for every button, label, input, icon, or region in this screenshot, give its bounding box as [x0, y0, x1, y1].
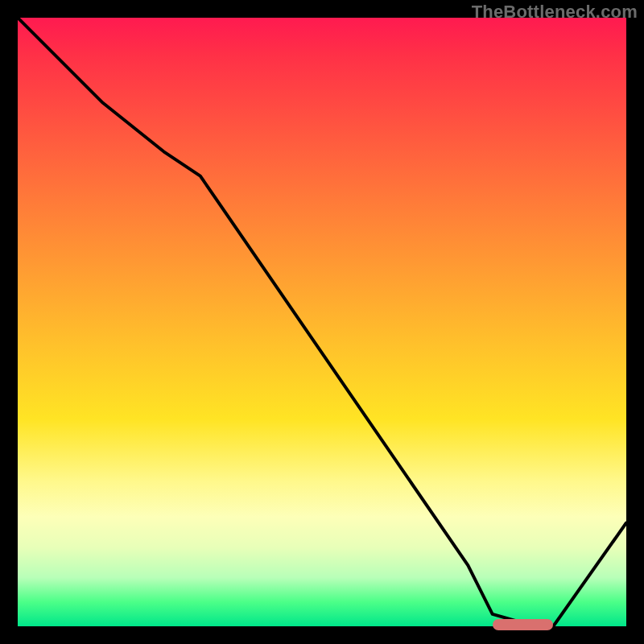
optimal-marker — [493, 619, 554, 630]
curve-path — [18, 18, 626, 626]
bottleneck-curve — [18, 18, 626, 626]
chart-frame: TheBottleneck.com — [0, 0, 644, 644]
watermark-text: TheBottleneck.com — [472, 2, 638, 23]
plot-area — [18, 18, 626, 626]
